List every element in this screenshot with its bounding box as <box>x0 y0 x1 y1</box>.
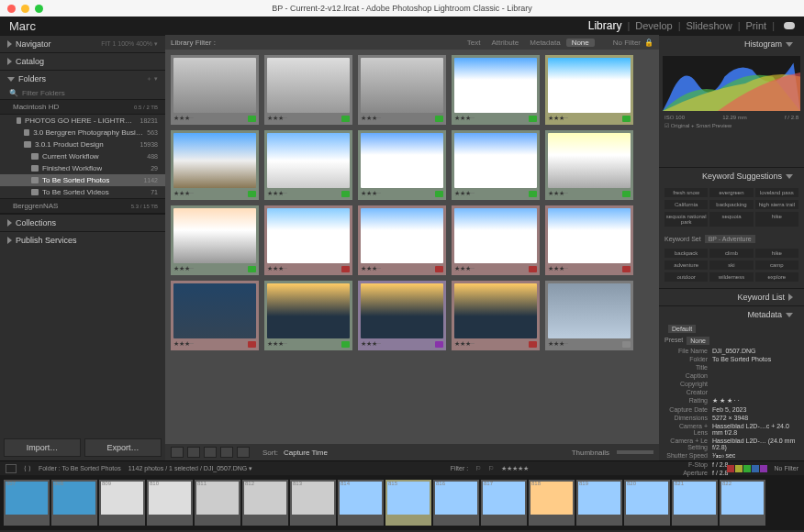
disk-macintosh[interactable]: Macintosh HD 0.5 / 2 TB <box>0 99 165 115</box>
folder-row[interactable]: To Be Sorted Videos71 <box>0 186 165 198</box>
filmstrip-thumb[interactable]: 817 <box>481 480 527 526</box>
rating-stars[interactable]: ★★★·· <box>454 265 475 272</box>
metadata-header[interactable]: Metadata <box>659 305 804 323</box>
metadata-row[interactable]: Caption <box>659 371 804 380</box>
keyword-chip[interactable]: backpacking <box>709 200 753 209</box>
color-label-icon[interactable] <box>529 341 537 348</box>
filmstrip-thumb[interactable]: 807 <box>4 480 50 526</box>
filter-metadata[interactable]: Metadata <box>524 39 565 47</box>
grid-cell[interactable]: ★★★·· <box>171 55 259 125</box>
color-label-icon[interactable] <box>529 116 537 122</box>
thumbnail-grid[interactable]: ★★★·· ★★★·· ★★★·· ★★★·· ★★★·· ★★★·· ★★★·… <box>165 50 659 444</box>
color-label-icon[interactable] <box>341 116 350 122</box>
rating-stars[interactable]: ★★★·· <box>548 115 568 122</box>
metadata-row[interactable]: Rating★ ★ ★ · · <box>659 396 804 405</box>
color-label-icon[interactable] <box>341 266 350 272</box>
thumbnail[interactable] <box>267 58 350 113</box>
keyword-chip[interactable]: California <box>664 200 708 209</box>
thumbnail[interactable] <box>548 283 631 338</box>
module-library[interactable]: Library <box>588 19 622 32</box>
rating-stars[interactable]: ★★★·· <box>454 190 475 197</box>
color-label-icon[interactable] <box>435 116 443 122</box>
keyword-list-header[interactable]: Keyword List <box>659 288 804 305</box>
thumbnail[interactable] <box>454 133 537 188</box>
rating-stars[interactable]: ★★★·· <box>548 265 568 272</box>
folders-header[interactable]: Folders ＋ ▾ <box>0 70 165 87</box>
keyword-chip[interactable]: sequoia <box>709 212 753 227</box>
module-develop[interactable]: Develop <box>635 20 672 31</box>
strip-folder[interactable]: Folder : To Be Sorted Photos <box>39 465 121 471</box>
rating-stars[interactable]: ★★★·· <box>173 190 194 197</box>
grid-cell[interactable]: ★★★·· <box>452 281 540 350</box>
metadata-row[interactable]: File NameDJI_0507.DNG <box>659 347 804 355</box>
export-button[interactable]: Export… <box>84 438 162 457</box>
grid-cell[interactable]: ★★★·· <box>452 130 540 200</box>
filmstrip-thumb[interactable]: 819 <box>576 480 622 526</box>
people-view-icon[interactable] <box>237 447 250 458</box>
keyword-chip[interactable]: fresh snow <box>664 188 708 197</box>
navigator-header[interactable]: Navigator FIT 1 100% 400% ▾ <box>0 35 165 52</box>
filmstrip-thumb[interactable]: 811 <box>195 480 240 526</box>
rating-stars[interactable]: ★★★·· <box>548 340 568 348</box>
thumbnail[interactable] <box>267 133 350 188</box>
grid-cell[interactable]: ★★★·· <box>358 205 446 275</box>
rating-stars[interactable]: ★★★·· <box>361 190 381 197</box>
color-label-icon[interactable] <box>622 266 631 272</box>
folder-row[interactable]: 3.0.1 Product Design15938 <box>0 139 165 150</box>
grid-cell[interactable]: ★★★·· <box>171 130 259 200</box>
catalog-header[interactable]: Catalog <box>0 52 165 70</box>
metadata-preset[interactable]: Preset None <box>659 335 804 347</box>
grid-cell[interactable]: ★★★·· <box>264 130 352 200</box>
thumbnail[interactable] <box>454 283 537 338</box>
collections-header[interactable]: Collections <box>0 214 165 231</box>
keyword-chip[interactable]: high sierra trail <box>755 200 798 209</box>
thumbnail[interactable] <box>267 283 350 338</box>
filmstrip-thumb[interactable]: 821 <box>672 480 718 526</box>
keyword-set-header[interactable]: Keyword Set BP - Adventure <box>659 233 804 245</box>
metadata-row[interactable]: Title <box>659 363 804 371</box>
keyword-chip[interactable]: climb <box>709 249 753 258</box>
color-label-icon[interactable] <box>435 341 443 348</box>
metadata-set-selector[interactable]: Default <box>659 323 804 335</box>
grid-cell[interactable]: ★★★·· <box>452 205 540 275</box>
rating-filter[interactable]: ★★★★★ <box>501 465 529 472</box>
metadata-row[interactable]: Capture DateFeb 5, 2023 <box>659 405 804 414</box>
thumbnail[interactable] <box>173 58 256 113</box>
import-button[interactable]: Import… <box>4 438 81 457</box>
thumbnail[interactable] <box>548 133 631 188</box>
minimize-icon[interactable] <box>21 5 29 13</box>
rating-stars[interactable]: ★★★·· <box>548 190 568 197</box>
filmstrip-thumb[interactable]: 818 <box>529 480 575 526</box>
filter-attribute[interactable]: Attribute <box>486 39 524 47</box>
folder-row[interactable]: PHOTOS GO HERE - LIGHTROOM /Users/marc/D… <box>0 115 165 127</box>
rating-stars[interactable]: ★★★·· <box>267 115 287 122</box>
grid-cell[interactable]: ★★★·· <box>358 130 446 200</box>
filmstrip-thumb[interactable]: 809 <box>99 480 145 526</box>
keyword-chip[interactable]: sequoia national park <box>664 212 708 227</box>
loupe-view-icon[interactable] <box>187 447 200 458</box>
filmstrip[interactable]: 8078088098108118128138148158168178188198… <box>0 475 804 530</box>
grid-cell[interactable]: ★★★·· <box>358 55 446 125</box>
grid-cell[interactable]: ★★★·· <box>545 130 633 200</box>
zoom-icon[interactable] <box>35 5 43 13</box>
keyword-chip[interactable]: explore <box>755 272 798 282</box>
grid-cell[interactable]: ★★★·· <box>545 281 633 350</box>
traffic-lights[interactable] <box>7 5 43 13</box>
rating-stars[interactable]: ★★★·· <box>267 265 287 272</box>
disk-nas[interactable]: BerggrenNAS 5.3 / 15 TB <box>0 198 165 214</box>
grid-cell[interactable]: ★★★·· <box>264 55 352 125</box>
flag-unpicked-icon[interactable]: ⚐ <box>488 465 494 472</box>
second-window-icon[interactable] <box>6 464 17 473</box>
grid-cell[interactable]: ★★★·· <box>545 205 633 275</box>
keyword-chip[interactable]: adventure <box>664 260 708 270</box>
close-icon[interactable] <box>7 5 16 13</box>
publish-header[interactable]: Publish Services <box>0 231 165 249</box>
folder-filter-input[interactable] <box>22 89 158 97</box>
metadata-row[interactable]: Shutter Speed¹⁄₃₂₀ sec <box>659 451 804 460</box>
module-slideshow[interactable]: Slideshow <box>687 20 732 31</box>
histogram-header[interactable]: Histogram <box>659 35 804 52</box>
color-label-icon[interactable] <box>341 191 350 197</box>
thumbnail[interactable] <box>173 133 256 188</box>
thumbnail[interactable] <box>454 208 537 263</box>
thumb-size-slider[interactable] <box>617 450 653 454</box>
